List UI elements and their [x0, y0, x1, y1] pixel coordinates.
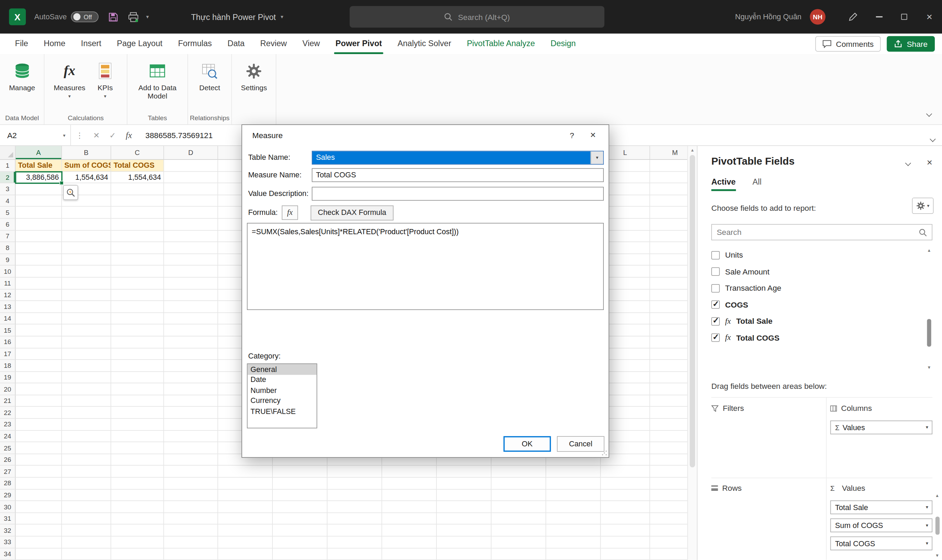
cell-E32[interactable]: [218, 525, 273, 536]
cell-M2[interactable]: [650, 172, 687, 183]
cell-C10[interactable]: [111, 266, 164, 278]
cell-B24[interactable]: [62, 431, 111, 442]
cell-E33[interactable]: [218, 537, 273, 548]
row-header-33[interactable]: 33: [0, 537, 15, 548]
scroll-up-icon[interactable]: ▲: [927, 248, 931, 252]
cell-D33[interactable]: [164, 537, 218, 548]
cell-D3[interactable]: [164, 183, 218, 195]
cell-I28[interactable]: [437, 478, 491, 489]
cell-A31[interactable]: [15, 513, 62, 525]
cell-B21[interactable]: [62, 395, 111, 407]
cell-D27[interactable]: [164, 466, 218, 478]
cell-G34[interactable]: [328, 548, 382, 560]
cell-D32[interactable]: [164, 525, 218, 536]
cell-A12[interactable]: [15, 289, 62, 301]
cell-D18[interactable]: [164, 360, 218, 372]
cell-D9[interactable]: [164, 254, 218, 266]
row-header-7[interactable]: 7: [0, 231, 15, 242]
row-header-3[interactable]: 3: [0, 183, 15, 195]
tab-formulas[interactable]: Formulas: [170, 34, 219, 54]
tab-review[interactable]: Review: [252, 34, 295, 54]
rows-area[interactable]: Rows: [711, 478, 822, 560]
row-header-15[interactable]: 15: [0, 325, 15, 336]
cell-C34[interactable]: [111, 548, 164, 560]
cell-L32[interactable]: [601, 525, 650, 536]
share-button[interactable]: Share: [887, 36, 935, 52]
cell-A22[interactable]: [15, 407, 62, 419]
checkbox-total-sale[interactable]: [711, 317, 719, 325]
cell-E31[interactable]: [218, 513, 273, 525]
cell-D14[interactable]: [164, 313, 218, 325]
cell-C9[interactable]: [111, 254, 164, 266]
cell-C3[interactable]: [111, 183, 164, 195]
category-option-number[interactable]: Number: [248, 385, 317, 396]
cell-M19[interactable]: [650, 372, 687, 383]
cell-B13[interactable]: [62, 301, 111, 313]
cell-M4[interactable]: [650, 195, 687, 207]
cell-A1[interactable]: Total Sale: [15, 160, 62, 172]
confirm-entry-icon[interactable]: ✓: [105, 131, 121, 140]
field-item-sale-amount[interactable]: Sale Amount: [711, 263, 922, 280]
checkbox-sale-amount[interactable]: [711, 268, 719, 276]
cell-F28[interactable]: [273, 478, 328, 489]
cell-B9[interactable]: [62, 254, 111, 266]
cell-C1[interactable]: Total COGS: [111, 160, 164, 172]
row-header-16[interactable]: 16: [0, 337, 15, 348]
cell-M6[interactable]: [650, 219, 687, 231]
cell-C20[interactable]: [111, 383, 164, 395]
cell-G28[interactable]: [328, 478, 382, 489]
manage-button[interactable]: Manage: [6, 58, 39, 94]
cell-B17[interactable]: [62, 348, 111, 360]
column-header-M[interactable]: M: [650, 146, 687, 159]
cell-F27[interactable]: [273, 466, 328, 478]
row-header-12[interactable]: 12: [0, 289, 15, 301]
cell-A6[interactable]: [15, 219, 62, 231]
cell-A3[interactable]: [15, 183, 62, 195]
tab-all[interactable]: All: [753, 177, 762, 191]
cell-C4[interactable]: [111, 195, 164, 207]
cell-D30[interactable]: [164, 501, 218, 513]
row-header-27[interactable]: 27: [0, 466, 15, 478]
collapse-ribbon-chevron-icon[interactable]: [927, 108, 931, 118]
cell-B26[interactable]: [62, 454, 111, 466]
category-option-date[interactable]: Date: [248, 375, 317, 385]
formula-bar-splitter[interactable]: ⋮: [76, 131, 84, 140]
cell-C32[interactable]: [111, 525, 164, 536]
cell-B19[interactable]: [62, 372, 111, 383]
minimize-button[interactable]: [866, 0, 891, 34]
cell-M9[interactable]: [650, 254, 687, 266]
cell-I31[interactable]: [437, 513, 491, 525]
cell-G33[interactable]: [328, 537, 382, 548]
cell-M26[interactable]: [650, 454, 687, 466]
cell-F30[interactable]: [273, 501, 328, 513]
cell-D25[interactable]: [164, 442, 218, 454]
cell-M14[interactable]: [650, 313, 687, 325]
cell-F32[interactable]: [273, 525, 328, 536]
row-header-25[interactable]: 25: [0, 442, 15, 454]
cell-B29[interactable]: [62, 489, 111, 501]
tab-pivottable-analyze[interactable]: PivotTable Analyze: [459, 34, 543, 54]
cell-C26[interactable]: [111, 454, 164, 466]
cell-D6[interactable]: [164, 219, 218, 231]
cell-A21[interactable]: [15, 395, 62, 407]
resize-grip-icon[interactable]: [601, 450, 607, 455]
cell-D23[interactable]: [164, 419, 218, 431]
cell-I33[interactable]: [437, 537, 491, 548]
cell-A18[interactable]: [15, 360, 62, 372]
close-button[interactable]: ×: [917, 0, 942, 34]
tab-insert[interactable]: Insert: [73, 34, 109, 54]
cell-M24[interactable]: [650, 431, 687, 442]
cell-F31[interactable]: [273, 513, 328, 525]
cell-D26[interactable]: [164, 454, 218, 466]
cell-A23[interactable]: [15, 419, 62, 431]
category-option-currency[interactable]: Currency: [248, 396, 317, 406]
tab-file[interactable]: File: [7, 34, 36, 54]
row-header-11[interactable]: 11: [0, 278, 15, 289]
cell-I27[interactable]: [437, 466, 491, 478]
cell-D1[interactable]: [164, 160, 218, 172]
cell-A34[interactable]: [15, 548, 62, 560]
cell-D19[interactable]: [164, 372, 218, 383]
row-header-24[interactable]: 24: [0, 431, 15, 442]
column-header-C[interactable]: C: [111, 146, 164, 159]
tab-page-layout[interactable]: Page Layout: [109, 34, 171, 54]
